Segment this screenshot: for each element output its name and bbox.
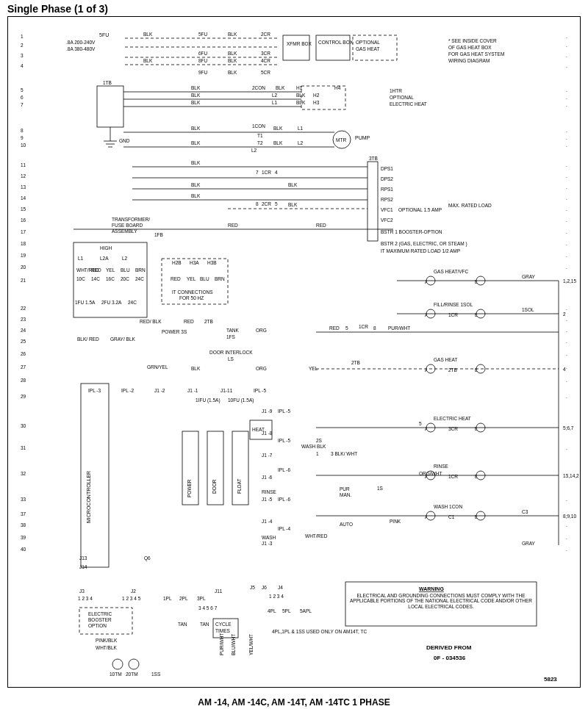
svg-text:.: . bbox=[566, 522, 567, 528]
svg-text:OPTIONAL: OPTIONAL bbox=[356, 40, 380, 45]
svg-text:.: . bbox=[566, 306, 567, 311]
svg-text:J13: J13 bbox=[79, 555, 87, 561]
svg-text:14C: 14C bbox=[91, 276, 100, 281]
svg-text:5: 5 bbox=[419, 421, 422, 426]
svg-text:20C: 20C bbox=[121, 276, 129, 281]
svg-text:2FU 3.2A: 2FU 3.2A bbox=[101, 300, 122, 305]
svg-text:J1 -5: J1 -5 bbox=[262, 497, 273, 502]
svg-text:8: 8 bbox=[256, 201, 259, 206]
svg-text:MTR: MTR bbox=[336, 137, 346, 143]
svg-text:.: . bbox=[566, 394, 567, 399]
svg-text:J1-11: J1-11 bbox=[220, 388, 233, 393]
svg-text:BRN: BRN bbox=[215, 276, 225, 281]
caption: AM -14, AM -14C, AM -14T, AM -14TC 1 PHA… bbox=[0, 697, 588, 708]
svg-text:1FS: 1FS bbox=[226, 334, 236, 339]
svg-text:PINK/BLK: PINK/BLK bbox=[96, 638, 118, 643]
svg-text:.: . bbox=[566, 217, 567, 223]
svg-text:12: 12 bbox=[21, 173, 26, 179]
svg-text:22: 22 bbox=[21, 306, 26, 311]
svg-text:GRAY: GRAY bbox=[522, 274, 536, 279]
svg-text:VFC1: VFC1 bbox=[381, 207, 393, 212]
svg-text:1 2 3 4: 1 2 3 4 bbox=[269, 594, 284, 599]
svg-text:OF GAS HEAT BOX: OF GAS HEAT BOX bbox=[448, 45, 492, 50]
svg-text:.: . bbox=[566, 102, 567, 107]
svg-text:RED: RED bbox=[171, 276, 181, 281]
svg-text:7: 7 bbox=[256, 170, 259, 175]
svg-text:TIMES: TIMES bbox=[215, 628, 231, 633]
svg-text:.: . bbox=[566, 43, 567, 48]
svg-text:2: 2 bbox=[563, 312, 566, 317]
svg-text:1 2 3 4 5: 1 2 3 4 5 bbox=[122, 596, 141, 601]
svg-text:25: 25 bbox=[21, 339, 26, 344]
svg-text:AUTO: AUTO bbox=[340, 522, 353, 527]
svg-text:FUSE BOARD: FUSE BOARD bbox=[112, 223, 143, 228]
svg-text:YEL: YEL bbox=[187, 276, 196, 281]
svg-text:.: . bbox=[566, 206, 567, 212]
svg-text:L2: L2 bbox=[251, 148, 257, 153]
svg-text:2PL: 2PL bbox=[179, 596, 188, 601]
svg-text:33: 33 bbox=[21, 497, 26, 502]
svg-text:BLK: BLK bbox=[191, 182, 201, 187]
svg-text:L2: L2 bbox=[122, 256, 128, 261]
warning-heading: WARNING bbox=[419, 586, 444, 591]
svg-text:POWER: POWER bbox=[187, 479, 192, 497]
svg-text:IT MAXIMUM RATED LOAD 1/2 AMP: IT MAXIMUM RATED LOAD 1/2 AMP bbox=[381, 248, 460, 253]
svg-text:FOR GAS HEAT SYSTEM: FOR GAS HEAT SYSTEM bbox=[448, 51, 504, 57]
svg-text:H3: H3 bbox=[313, 100, 320, 105]
svg-text:T1: T1 bbox=[257, 133, 263, 138]
svg-text:L2: L2 bbox=[272, 93, 278, 98]
svg-text:RPS2: RPS2 bbox=[381, 197, 393, 202]
svg-text:CYCLE: CYCLE bbox=[215, 622, 232, 627]
svg-text:GRAY/ BLK: GRAY/ BLK bbox=[110, 336, 136, 342]
svg-text:WASH BLK: WASH BLK bbox=[301, 444, 326, 449]
svg-text:27: 27 bbox=[21, 364, 26, 370]
svg-text:14: 14 bbox=[21, 195, 26, 201]
svg-text:BLK: BLK bbox=[191, 85, 201, 90]
svg-text:ELECTRIC: ELECTRIC bbox=[88, 611, 112, 616]
svg-text:J11: J11 bbox=[215, 589, 223, 594]
svg-text:FILL/RINSE 1SOL: FILL/RINSE 1SOL bbox=[434, 302, 473, 307]
svg-text:J1 -4: J1 -4 bbox=[262, 519, 273, 524]
svg-text:RINSE: RINSE bbox=[262, 489, 277, 494]
wiring-diagram: 1.2.3.4.5.6.7.8.9.10.11.12.13.14.15.16.1… bbox=[7, 16, 579, 686]
svg-text:BLU/WHT: BLU/WHT bbox=[231, 634, 236, 655]
svg-text:.: . bbox=[566, 351, 567, 356]
svg-text:BLU: BLU bbox=[200, 276, 209, 281]
svg-text:5APL: 5APL bbox=[300, 608, 312, 613]
svg-text:IPL -5: IPL -5 bbox=[254, 388, 266, 393]
svg-text:BLK: BLK bbox=[191, 366, 201, 371]
svg-text:.: . bbox=[566, 87, 567, 93]
svg-text:.: . bbox=[566, 95, 567, 100]
svg-text:2TB: 2TB bbox=[351, 360, 360, 365]
svg-text:OPTION: OPTION bbox=[88, 623, 107, 628]
svg-text:BLK: BLK bbox=[228, 51, 237, 56]
svg-text:1SS: 1SS bbox=[151, 672, 161, 677]
svg-text:J1 -7: J1 -7 bbox=[262, 453, 273, 458]
svg-text:2S: 2S bbox=[316, 438, 323, 443]
svg-text:BLK: BLK bbox=[288, 182, 298, 187]
svg-text:BOOSTER: BOOSTER bbox=[88, 617, 112, 622]
svg-text:10FU (1.5A): 10FU (1.5A) bbox=[228, 397, 254, 403]
svg-text:.: . bbox=[566, 135, 567, 140]
svg-text:BLK: BLK bbox=[191, 93, 201, 98]
svg-text:OPTIONAL: OPTIONAL bbox=[390, 95, 414, 100]
svg-text:.8A 200-240V: .8A 200-240V bbox=[66, 40, 96, 45]
svg-text:ELECTRIC HEAT: ELECTRIC HEAT bbox=[434, 416, 471, 421]
svg-text:.: . bbox=[566, 143, 567, 148]
svg-text:13: 13 bbox=[21, 184, 26, 190]
svg-text:H3B: H3B bbox=[207, 260, 217, 265]
svg-text:BLK: BLK bbox=[288, 202, 298, 207]
svg-text:J1 -8: J1 -8 bbox=[262, 431, 273, 436]
svg-text:4PL,1PL & 1SS USED ONLY ON AM1: 4PL,1PL & 1SS USED ONLY ON AM14T, TC bbox=[272, 629, 367, 634]
svg-text:1: 1 bbox=[316, 451, 319, 456]
svg-text:RED: RED bbox=[316, 223, 326, 228]
warning-text: ELECTRICAL AND GROUNDING CONNECTIONS MUS… bbox=[349, 593, 533, 609]
svg-text:BLK: BLK bbox=[273, 126, 283, 131]
svg-text:* SEE INSIDE COVER: * SEE INSIDE COVER bbox=[448, 38, 497, 43]
page-title: Single Phase (1 of 3) bbox=[7, 3, 108, 15]
svg-text:6FU: 6FU bbox=[198, 51, 208, 56]
svg-text:TRANSFORMER/: TRANSFORMER/ bbox=[112, 217, 150, 222]
svg-text:37: 37 bbox=[21, 511, 26, 517]
svg-text:GRN/YEL: GRN/YEL bbox=[147, 364, 168, 370]
svg-text:BLK: BLK bbox=[296, 100, 306, 105]
